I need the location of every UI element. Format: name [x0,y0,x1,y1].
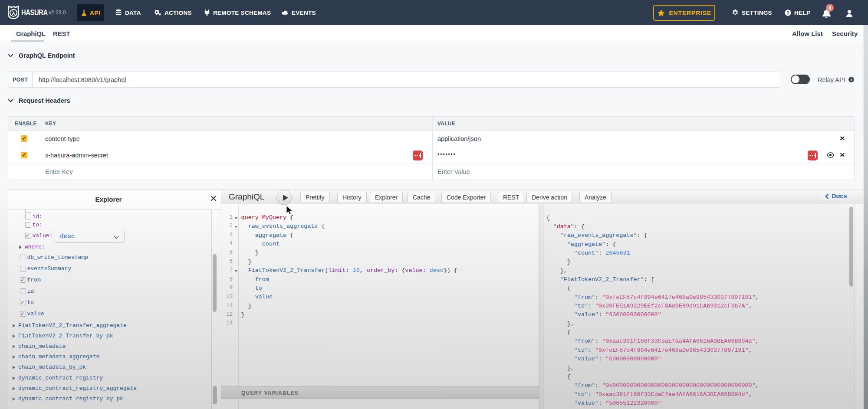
svg-text:?: ? [786,10,789,15]
svg-text:8: 8 [829,5,831,10]
